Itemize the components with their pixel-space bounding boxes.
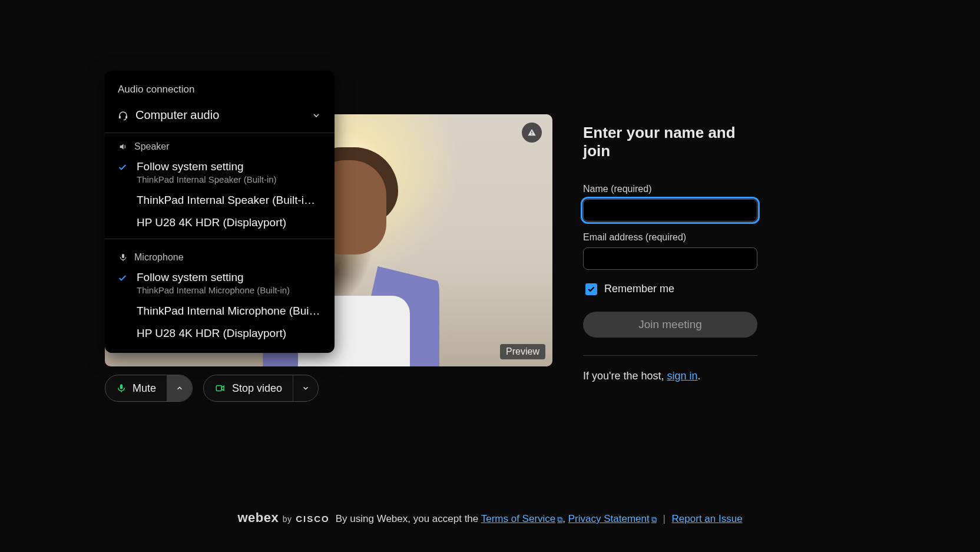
name-input[interactable] [583, 199, 757, 222]
microphone-icon [116, 383, 127, 394]
warning-icon [527, 128, 537, 137]
option-primary: ThinkPad Internal Microphone (Bui… [137, 305, 322, 318]
svg-rect-6 [216, 386, 221, 391]
privacy-link[interactable]: Privacy Statement⧉ [568, 513, 657, 524]
option-secondary: ThinkPad Internal Microphone (Built-in) [137, 285, 322, 295]
external-icon: ⧉ [651, 515, 657, 524]
check-icon [118, 271, 130, 283]
remember-me-label: Remember me [604, 283, 674, 295]
speaker-option[interactable]: ThinkPad Internal Speaker (Built-i… [105, 189, 335, 211]
audio-connection-panel: Audio connection Computer audio [105, 71, 335, 353]
host-suffix: . [698, 370, 701, 382]
svg-rect-1 [531, 134, 532, 134]
microphone-option[interactable]: HP U28 4K HDR (Displayport) [105, 322, 335, 345]
brand-webex: webex [237, 510, 279, 525]
remember-me-checkbox[interactable] [585, 283, 597, 295]
footer: webex by CISCO By using Webex, you accep… [0, 510, 980, 525]
footer-text: By using Webex, you accept the Terms of … [336, 513, 743, 525]
audio-mode-label: Computer audio [135, 108, 304, 122]
host-prefix: If you're the host, [583, 370, 667, 382]
chevron-down-icon [302, 384, 310, 392]
svg-rect-0 [531, 131, 532, 133]
check-icon [118, 160, 130, 172]
divider [583, 355, 757, 356]
external-icon: ⧉ [557, 515, 562, 524]
separator: | [663, 513, 665, 524]
microphone-option[interactable]: Follow system setting ThinkPad Internal … [105, 266, 335, 300]
terms-link[interactable]: Terms of Service⧉ [481, 513, 563, 524]
svg-rect-3 [125, 115, 127, 118]
svg-rect-4 [122, 254, 124, 258]
form-heading: Enter your name and join [583, 124, 760, 160]
preview-label: Preview [500, 344, 545, 359]
stop-video-pill: Stop video [203, 375, 319, 402]
stop-video-label: Stop video [232, 382, 282, 395]
camera-icon [214, 383, 226, 394]
brand-cisco: CISCO [296, 514, 330, 524]
divider [105, 239, 335, 239]
option-primary: Follow system setting [137, 160, 322, 173]
mute-options-caret[interactable] [167, 375, 192, 401]
option-primary: HP U28 4K HDR (Displayport) [137, 216, 322, 229]
microphone-icon [118, 252, 128, 263]
speaker-section-label: Speaker [134, 141, 170, 152]
brand: webex by CISCO [237, 510, 329, 525]
audio-mode-row[interactable]: Computer audio [105, 103, 335, 133]
video-options-caret[interactable] [293, 375, 318, 401]
audio-panel-title: Audio connection [105, 81, 335, 103]
option-primary: ThinkPad Internal Speaker (Built-i… [137, 194, 322, 207]
report-issue-link[interactable]: Report an Issue [672, 513, 743, 524]
svg-rect-5 [120, 384, 123, 389]
name-label: Name (required) [583, 184, 760, 194]
controls-row: Mute Stop video [105, 375, 319, 402]
chevron-up-icon [176, 384, 184, 392]
remember-me-row[interactable]: Remember me [585, 283, 760, 295]
stop-video-button[interactable]: Stop video [204, 375, 293, 401]
headset-icon [118, 110, 128, 121]
brand-by: by [283, 514, 292, 524]
option-primary: HP U28 4K HDR (Displayport) [137, 327, 322, 340]
join-form: Enter your name and join Name (required)… [583, 124, 760, 382]
email-label: Email address (required) [583, 232, 760, 243]
join-meeting-button[interactable]: Join meeting [583, 312, 757, 338]
accept-prefix: By using Webex, you accept the [336, 513, 481, 524]
speaker-option[interactable]: Follow system setting ThinkPad Internal … [105, 156, 335, 189]
speaker-option[interactable]: HP U28 4K HDR (Displayport) [105, 211, 335, 234]
sign-in-link[interactable]: sign in [667, 370, 698, 382]
microphone-section-label: Microphone [134, 252, 184, 263]
speaker-icon [118, 141, 128, 152]
chevron-down-icon [311, 110, 322, 121]
svg-rect-2 [119, 115, 121, 118]
host-signin-line: If you're the host, sign in. [583, 370, 760, 382]
warning-badge[interactable] [522, 123, 542, 143]
microphone-option[interactable]: ThinkPad Internal Microphone (Bui… [105, 300, 335, 322]
option-secondary: ThinkPad Internal Speaker (Built-in) [137, 174, 322, 184]
email-input[interactable] [583, 247, 757, 270]
microphone-section-header: Microphone [105, 244, 335, 266]
speaker-section-header: Speaker [105, 133, 335, 156]
option-primary: Follow system setting [137, 271, 322, 284]
mute-label: Mute [133, 382, 156, 395]
mute-button[interactable]: Mute [105, 375, 167, 401]
mute-pill: Mute [105, 375, 193, 402]
